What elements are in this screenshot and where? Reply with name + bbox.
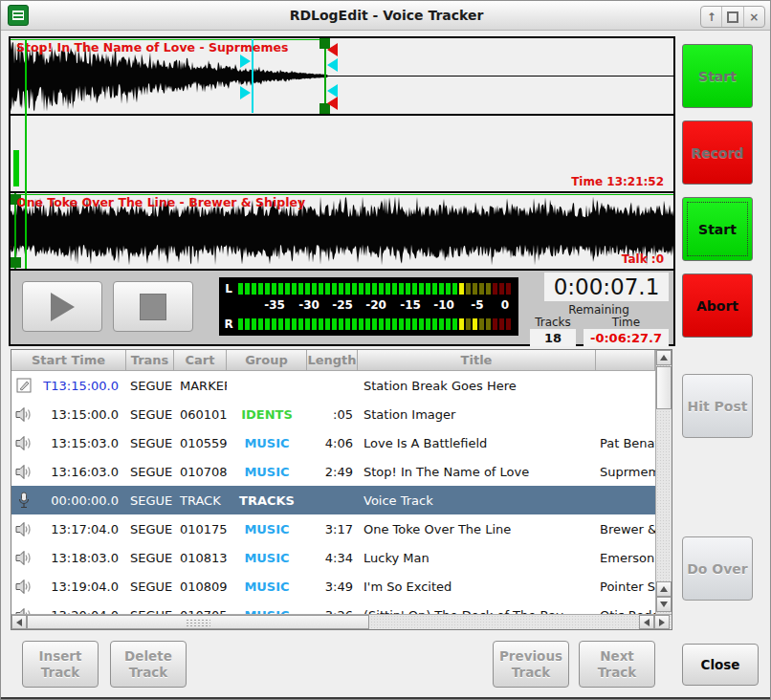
talk-end-marker-top-icon[interactable] xyxy=(327,58,338,72)
play-button[interactable] xyxy=(22,281,102,332)
column-header[interactable]: Length xyxy=(307,350,358,371)
column-header[interactable]: Group xyxy=(227,350,307,371)
meter-segment xyxy=(325,283,330,295)
meter-segment xyxy=(406,318,410,330)
column-header[interactable]: Cart xyxy=(174,350,227,371)
start-playback1-button[interactable]: Start xyxy=(682,44,753,108)
table-row[interactable]: 13:20:04.0SEGUE010705MUSIC3:26(Sittin' O… xyxy=(11,601,655,614)
column-header[interactable]: Trans xyxy=(126,350,174,371)
speaker-icon xyxy=(15,550,33,566)
scroll-left2-button[interactable] xyxy=(639,615,654,629)
microphone-icon xyxy=(18,492,30,510)
vertical-scroll-thumb[interactable] xyxy=(656,366,672,409)
meter-segment xyxy=(312,318,317,330)
meter-segment xyxy=(432,318,437,330)
meter-segment xyxy=(332,318,337,330)
waveform-track-outgoing[interactable]: Stop! In The Name of Love - Suprmemes xyxy=(11,38,673,116)
start-marker-square-bottom-icon[interactable] xyxy=(11,257,21,268)
maximize-icon[interactable] xyxy=(722,7,743,27)
meter-segment xyxy=(359,283,363,295)
group-cell: TRACKS xyxy=(227,493,307,508)
playback-cursor xyxy=(25,40,27,269)
meter-segment xyxy=(412,318,417,330)
previous-track-button[interactable]: Previous Track xyxy=(493,641,569,688)
meter-segment xyxy=(379,283,384,295)
meter-segment xyxy=(479,318,484,330)
meter-segment xyxy=(419,318,424,330)
table-row[interactable]: 13:15:03.0SEGUE010559MUSIC4:06Love Is A … xyxy=(11,428,655,457)
start-playback2-button[interactable]: Start xyxy=(682,197,753,261)
hit-post-button[interactable]: Hit Post xyxy=(682,374,753,438)
table-row[interactable]: 13:17:04.0SEGUE010175MUSIC3:17One Toke O… xyxy=(11,514,655,543)
fade-in-marker-icon[interactable] xyxy=(11,243,11,251)
meter-segment xyxy=(506,318,511,330)
meter-segment xyxy=(312,283,317,295)
record-button[interactable]: Record xyxy=(682,120,753,185)
waveform-track-incoming[interactable]: One Toke Over The Line - Brewer & Shiple… xyxy=(11,193,673,271)
meter-segment xyxy=(352,318,357,330)
meter-segment xyxy=(386,283,390,295)
title-bar[interactable]: RDLogEdit - Voice Tracker ↑ × xyxy=(1,1,771,31)
delete-track-button[interactable]: Delete Track xyxy=(110,641,187,688)
talk-marker-handle-top-icon[interactable] xyxy=(240,55,251,68)
row-type-icon-cell xyxy=(11,579,36,595)
insert-track-button[interactable]: Insert Track xyxy=(22,641,99,688)
meter-left-label: L xyxy=(219,282,238,295)
title-cell: Love Is A Battlefield xyxy=(358,436,596,450)
column-header[interactable]: Start Time xyxy=(11,350,126,371)
table-row[interactable]: 13:15:00.0SEGUE060101IDENTS:05Station Im… xyxy=(11,400,655,428)
speaker-icon xyxy=(15,406,33,423)
meter-segment xyxy=(473,318,477,330)
trans-cell: SEGUE xyxy=(126,493,174,508)
meter-segment xyxy=(486,283,491,295)
stop-button[interactable] xyxy=(113,281,193,332)
fade-marker-bottom-icon[interactable] xyxy=(327,97,338,110)
start-time-cell: 13:16:03.0 xyxy=(36,465,126,479)
table-row[interactable]: 13:19:04.0SEGUE010809MUSIC3:49I'm So Exc… xyxy=(11,572,655,601)
column-header[interactable] xyxy=(596,350,655,371)
abort-button[interactable]: Abort xyxy=(682,273,753,338)
table-row[interactable]: 13:18:03.0SEGUE010813MUSIC4:34Lucky ManE… xyxy=(11,543,655,572)
trans-cell: SEGUE xyxy=(126,407,174,422)
talk-end-marker-bottom-icon[interactable] xyxy=(327,84,338,98)
title-cell: Station Break Goes Here xyxy=(358,379,596,393)
scroll-left-button[interactable] xyxy=(11,615,27,629)
scroll-up-button[interactable] xyxy=(656,350,672,365)
table-row[interactable]: 13:16:03.0SEGUE010708MUSIC2:49Stop! In T… xyxy=(11,457,655,486)
meter-segment xyxy=(332,283,337,295)
close-icon[interactable]: × xyxy=(744,7,764,27)
trans-cell: SEGUE xyxy=(126,436,174,450)
record-region-marker[interactable] xyxy=(13,150,19,186)
scroll-down-button[interactable] xyxy=(656,597,672,612)
title-cell: Station Imager xyxy=(358,407,596,422)
log-table-header: Start TimeTransCartGroupLengthTitle xyxy=(11,350,655,371)
meter-segment xyxy=(298,318,303,330)
horizontal-scrollbar[interactable] xyxy=(11,614,672,629)
waveform-track-voice[interactable]: Time 13:21:52 xyxy=(11,116,673,193)
log-rows: T13:15:00.0SEGUEMARKERStation Break Goes… xyxy=(11,371,655,614)
scroll-up2-button[interactable] xyxy=(656,581,672,597)
do-over-button[interactable]: Do Over xyxy=(682,536,753,601)
scroll-right-button[interactable] xyxy=(654,615,670,629)
fade-marker-top-icon[interactable] xyxy=(327,43,338,56)
talk-marker-handle-bottom-icon[interactable] xyxy=(240,86,251,99)
meter-segment xyxy=(305,283,310,295)
length-cell: 3:49 xyxy=(307,580,358,594)
meter-segment xyxy=(459,318,464,330)
meter-scale-label: -10 xyxy=(433,298,454,312)
shade-icon[interactable]: ↑ xyxy=(701,7,722,27)
table-row[interactable]: T13:15:00.0SEGUEMARKERStation Break Goes… xyxy=(11,371,655,400)
column-header[interactable]: Title xyxy=(358,350,596,371)
meter-segment xyxy=(278,283,283,295)
meter-segment xyxy=(245,318,250,330)
speaker-icon xyxy=(15,607,33,615)
next-track-button[interactable]: Next Track xyxy=(579,641,655,688)
speaker-icon xyxy=(15,579,33,595)
meter-segment xyxy=(499,318,504,330)
vertical-scrollbar[interactable] xyxy=(655,350,672,614)
horizontal-scroll-thumb[interactable] xyxy=(27,615,369,629)
title-cell: Stop! In The Name of Love xyxy=(358,465,596,479)
cart-cell: 010809 xyxy=(174,580,227,594)
close-button[interactable]: Close xyxy=(682,644,759,686)
table-row[interactable]: 00:00:00.0SEGUETRACKTRACKSVoice Track xyxy=(11,486,655,514)
